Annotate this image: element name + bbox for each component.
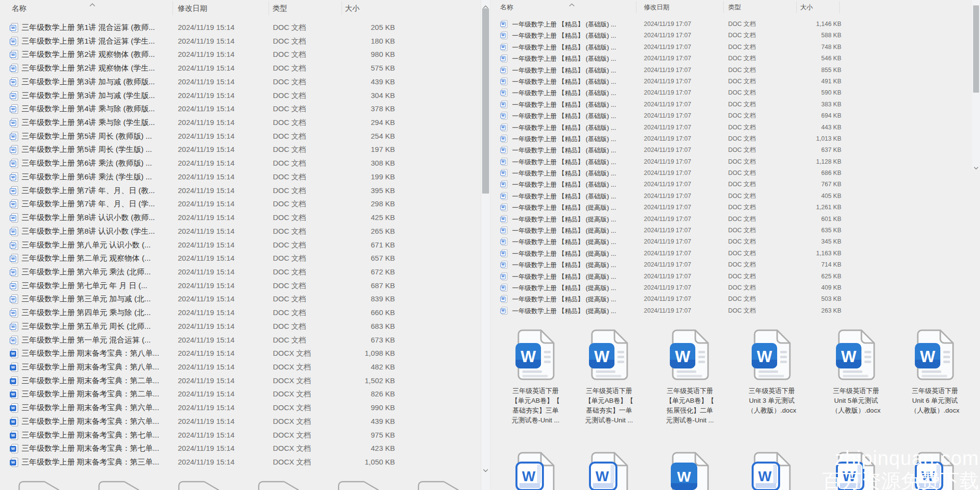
file-row[interactable]: W三年级数学上册 第7讲 年、月、日 (教...2024/11/19 15:14…: [0, 184, 490, 197]
file-row[interactable]: W三年级数学上册 第5讲 周长 (教师版) ...2024/11/19 15:1…: [0, 129, 490, 143]
file-row[interactable]: W三年级数学上册 第5讲 周长 (学生版) ...2024/11/19 15:1…: [0, 143, 490, 156]
file-row[interactable]: W一年级数学上册 【精品】 (基础版) ...2024/11/19 17:07D…: [492, 42, 980, 53]
file-row[interactable]: W三年级数学上册 期末备考宝典：第八单...2024/11/19 15:14DO…: [0, 360, 490, 374]
file-row[interactable]: W三年级数学上册 第1讲 混合运算 (学生...2024/11/19 15:14…: [0, 34, 490, 48]
file-row[interactable]: W三年级数学上册 第2讲 观察物体 (教师...2024/11/19 15:14…: [0, 48, 490, 61]
file-row[interactable]: W一年级数学上册 【精品】 (基础版) ...2024/11/19 17:07D…: [492, 133, 980, 145]
file-icon-item[interactable]: W三年级英语下册【单元AB卷】【拓展强化】二单元测试卷-Unit ...: [651, 329, 729, 425]
file-row[interactable]: W一年级数学上册 【精品】 (提高版) ...2024/11/19 17:07D…: [492, 214, 980, 225]
file-row[interactable]: W一年级数学上册 【精品】 (基础版) ...2024/11/19 17:07D…: [492, 145, 980, 156]
file-row[interactable]: W一年级数学上册 【精品】 (基础版) ...2024/11/19 17:07D…: [492, 179, 980, 190]
column-header-name[interactable]: 名称: [12, 0, 26, 17]
file-row[interactable]: W三年级数学上册 第4讲 乘与除 (学生版...2024/11/19 15:14…: [0, 116, 490, 129]
partial-page-icon[interactable]: [256, 479, 300, 490]
scrollbar-thumb[interactable]: [482, 8, 489, 194]
chevron-up-icon[interactable]: [569, 0, 575, 9]
column-header-size[interactable]: 大小: [345, 0, 360, 17]
file-row[interactable]: W三年级数学上册 第6讲 乘法 (教师版) ...2024/11/19 15:1…: [0, 156, 490, 170]
file-row[interactable]: W三年级数学上册 期末备考宝典：第二单...2024/11/19 15:14DO…: [0, 374, 490, 388]
file-row[interactable]: W一年级数学上册 【精品】 (基础版) ...2024/11/19 17:07D…: [492, 156, 980, 168]
column-header-date[interactable]: 修改日期: [644, 0, 669, 15]
file-row[interactable]: W三年级数学上册 第八单元 认识小数 (...2024/11/19 15:14D…: [0, 238, 490, 252]
file-type: DOC 文档: [273, 156, 306, 170]
file-icon-item[interactable]: W三年级英语下册【单元AB卷】【基础夯实】三单元测试卷-Unit ...: [496, 329, 575, 425]
right-scrollbar[interactable]: [972, 0, 980, 170]
file-row[interactable]: W三年级数学上册 第4讲 乘与除 (教师版...2024/11/19 15:14…: [0, 102, 490, 116]
file-row[interactable]: W一年级数学上册 【精品】 (基础版) ...2024/11/19 17:07D…: [492, 168, 980, 179]
file-icon-item[interactable]: W: [651, 452, 729, 490]
file-icon-item[interactable]: W: [570, 452, 648, 490]
file-row[interactable]: W三年级数学上册 第五单元 周长 (北师...2024/11/19 15:14D…: [0, 319, 490, 333]
file-row[interactable]: W一年级数学上册 【精品】 (基础版) ...2024/11/19 17:07D…: [492, 110, 980, 122]
file-icon-item[interactable]: W三年级英语下册Unit 6 单元测试（人教版）.docx: [896, 329, 974, 416]
file-icon-item[interactable]: W三年级英语下册Unit 5单元测试（人教版）.docx: [817, 329, 895, 416]
file-row[interactable]: W三年级数学上册 第七单元 年 月 日 (...2024/11/19 15:14…: [0, 279, 490, 293]
file-row[interactable]: W一年级数学上册 【精品】 (提高版) ...2024/11/19 17:07D…: [492, 259, 980, 270]
file-row[interactable]: W一年级数学上册 【精品】 (基础版) ...2024/11/19 17:07D…: [492, 30, 980, 41]
file-row[interactable]: W一年级数学上册 【精品】 (基础版) ...2024/11/19 17:07D…: [492, 191, 980, 202]
file-row[interactable]: W三年级数学上册 期末备考宝典：第六单...2024/11/19 15:14DO…: [0, 415, 490, 428]
file-row[interactable]: W一年级数学上册 【精品】 (基础版) ...2024/11/19 17:07D…: [492, 76, 980, 87]
file-name: 一年级数学上册 【精品】 (基础版) ...: [512, 145, 616, 156]
file-row[interactable]: W一年级数学上册 【精品】 (基础版) ...2024/11/19 17:07D…: [492, 19, 980, 30]
file-row[interactable]: W三年级数学上册 第7讲 年、月、日 (学...2024/11/19 15:14…: [0, 197, 490, 211]
file-row[interactable]: W三年级数学上册 期末备考宝典：第八单...2024/11/19 15:14DO…: [0, 346, 490, 360]
scrollbar-thumb[interactable]: [973, 5, 979, 93]
column-header-type[interactable]: 类型: [272, 0, 287, 17]
file-row[interactable]: W一年级数学上册 【精品】 (基础版) ...2024/11/19 17:07D…: [492, 87, 980, 98]
file-row[interactable]: W一年级数学上册 【精品】 (提高版) ...2024/11/19 17:07D…: [492, 236, 980, 247]
file-row[interactable]: W一年级数学上册 【精品】 (提高版) ...2024/11/19 17:07D…: [492, 271, 980, 282]
file-row[interactable]: W一年级数学上册 【精品】 (基础版) ...2024/11/19 17:07D…: [492, 53, 980, 64]
file-row[interactable]: W三年级数学上册 第一单元 混合运算 (...2024/11/19 15:14D…: [0, 333, 490, 347]
file-row[interactable]: W一年级数学上册 【精品】 (基础版) ...2024/11/19 17:07D…: [492, 65, 980, 76]
site-watermark: zhipinquan.com 百万资源免费下载: [822, 447, 979, 490]
column-header-type[interactable]: 类型: [728, 0, 741, 15]
file-row[interactable]: W三年级数学上册 第8讲 认识小数 (学生...2024/11/19 15:14…: [0, 224, 490, 238]
file-row[interactable]: W三年级数学上册 期末备考宝典：第二单...2024/11/19 15:14DO…: [0, 387, 490, 401]
file-row[interactable]: W一年级数学上册 【精品】 (提高版) ...2024/11/19 17:07D…: [492, 225, 980, 236]
column-header-size[interactable]: 大小: [800, 0, 813, 15]
file-row[interactable]: W一年级数学上册 【精品】 (提高版) ...2024/11/19 17:07D…: [492, 305, 980, 317]
file-row[interactable]: W一年级数学上册 【精品】 (提高版) ...2024/11/19 17:07D…: [492, 282, 980, 294]
partial-page-icon[interactable]: [336, 479, 380, 490]
file-date: 2024/11/19 17:07: [644, 19, 691, 30]
file-row[interactable]: W三年级数学上册 期末备考宝典：第六单...2024/11/19 15:14DO…: [0, 401, 490, 415]
file-row[interactable]: W三年级数学上册 第四单元 乘与除 (北...2024/11/19 15:14D…: [0, 306, 490, 319]
scroll-down-icon[interactable]: [974, 163, 979, 172]
file-size: 491 KB: [763, 76, 841, 87]
file-row[interactable]: W三年级数学上册 第二单元 观察物体 (...2024/11/19 15:14D…: [0, 251, 490, 265]
scroll-down-icon[interactable]: [483, 466, 489, 474]
file-name: 三年级数学上册 第4讲 乘与除 (教师版...: [22, 102, 155, 116]
file-row[interactable]: W三年级数学上册 第3讲 加与减 (教师版...2024/11/19 15:14…: [0, 75, 490, 89]
partial-page-icon[interactable]: [176, 479, 220, 490]
left-scrollbar[interactable]: [481, 0, 490, 490]
file-icon-label: 三年级英语下册【单元AB卷】【基础夯实】一单元测试卷-Unit ...: [570, 386, 648, 425]
file-row[interactable]: W三年级数学上册 第三单元 加与减 (北...2024/11/19 15:14D…: [0, 292, 490, 306]
partial-page-icon[interactable]: [17, 479, 61, 490]
file-row[interactable]: W一年级数学上册 【精品】 (基础版) ...2024/11/19 17:07D…: [492, 99, 980, 110]
file-row[interactable]: W一年级数学上册 【精品】 (提高版) ...2024/11/19 17:07D…: [492, 202, 980, 213]
file-row[interactable]: W一年级数学上册 【精品】 (基础版) ...2024/11/19 17:07D…: [492, 122, 980, 133]
file-row[interactable]: W三年级数学上册 第2讲 观察物体 (学生...2024/11/19 15:14…: [0, 61, 490, 75]
file-row[interactable]: W三年级数学上册 期末备考宝典：第七单...2024/11/19 15:14DO…: [0, 428, 490, 442]
file-row[interactable]: W三年级数学上册 第六单元 乘法 (北师...2024/11/19 15:14D…: [0, 265, 490, 279]
partial-page-icon[interactable]: [416, 479, 460, 490]
file-row[interactable]: W三年级数学上册 第3讲 加与减 (学生版...2024/11/19 15:14…: [0, 89, 490, 102]
file-row[interactable]: W三年级数学上册 第6讲 乘法 (学生版) ...2024/11/19 15:1…: [0, 170, 490, 184]
file-row[interactable]: W三年级数学上册 第8讲 认识小数 (教师...2024/11/19 15:14…: [0, 211, 490, 224]
file-row[interactable]: W三年级数学上册 第1讲 混合运算 (教师...2024/11/19 15:14…: [0, 21, 490, 34]
chevron-up-icon[interactable]: [89, 0, 96, 9]
file-icon-item[interactable]: W三年级英语下册Unit 3 单元测试（人教版）.docx: [733, 329, 811, 416]
file-row[interactable]: W一年级数学上册 【精品】 (提高版) ...2024/11/19 17:07D…: [492, 248, 980, 259]
partial-page-icon[interactable]: [97, 479, 141, 490]
file-icon-item[interactable]: W: [733, 452, 811, 490]
column-header-name[interactable]: 名称: [500, 0, 513, 15]
file-row[interactable]: W三年级数学上册 期末备考宝典：第七单...2024/11/19 15:14DO…: [0, 441, 490, 455]
file-icon-item[interactable]: W三年级英语下册【单元AB卷】【基础夯实】一单元测试卷-Unit ...: [570, 329, 648, 425]
file-row[interactable]: W一年级数学上册 【精品】 (提高版) ...2024/11/19 17:07D…: [492, 294, 980, 305]
file-type: DOC 文档: [728, 42, 756, 53]
column-header-date[interactable]: 修改日期: [178, 0, 207, 17]
word-doc-icon: W: [10, 132, 18, 141]
file-icon-item[interactable]: W: [496, 452, 575, 490]
file-row[interactable]: W三年级数学上册 期末备考宝典：第三单...2024/11/19 15:14DO…: [0, 455, 490, 469]
